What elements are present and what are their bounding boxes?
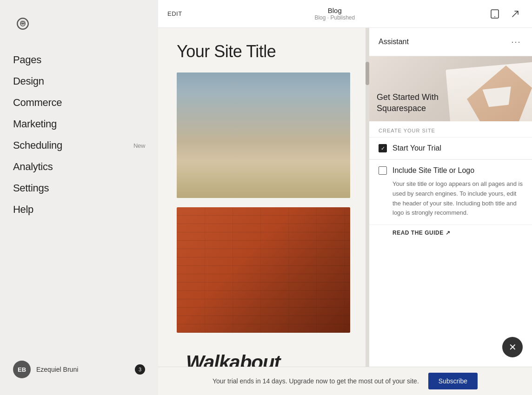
topbar-center: Blog Blog · Published [314,7,355,21]
app-wrapper: Pages Design Commerce Marketing Scheduli… [0,0,532,395]
edit-button[interactable]: EDIT [167,10,182,17]
page-subtitle: Blog · Published [314,14,355,21]
brick-overlay [177,207,350,333]
scheduling-new-badge: New [133,142,145,149]
read-guide-link[interactable]: READ THE GUIDE ↗ [369,225,532,241]
sidebar-item-design[interactable]: Design [0,71,158,92]
close-icon: ✕ [509,342,517,353]
preview-pane[interactable]: Your Site Title Walkabout Angles and arc… [158,28,369,367]
preview-outer: Your Site Title Walkabout Angles and arc… [158,28,369,367]
trial-banner: Your trial ends in 14 days. Upgrade now … [158,367,532,395]
sidebar-item-analytics[interactable]: Analytics [0,156,158,178]
tablet-icon [490,9,500,19]
arrow-icon: ↗ [446,230,451,236]
sidebar-item-pages[interactable]: Pages [0,49,158,71]
panel-hero: Get Started WithSquarespace [369,56,532,121]
panel-title: Assistant [379,38,409,46]
main-area: EDIT Blog Blog · Published [158,0,532,395]
preview-image-brick [177,207,350,333]
checklist-description: Your site title or logo appears on all p… [379,179,523,218]
external-link-button[interactable] [508,7,523,21]
walkabout-title: Walkabout [186,351,341,367]
checklist-title-label: Include Site Title or Logo [392,166,474,175]
notification-badge[interactable]: 3 [135,364,145,375]
checkbox-trial[interactable]: ✓ [379,144,387,152]
external-link-icon [510,9,520,19]
sidebar-item-scheduling[interactable]: Scheduling New [0,135,158,156]
content-wrapper: Your Site Title Walkabout Angles and arc… [158,28,532,367]
sidebar-footer: EB Ezequiel Bruni 3 [0,353,158,386]
walkabout-section: Walkabout Angles and architecture. Lorem… [177,342,350,367]
checklist-trial-label: Start Your Trial [392,144,441,152]
subscribe-button[interactable]: Subscribe [428,373,478,389]
close-panel-button[interactable]: ✕ [502,337,523,357]
panel-header: Assistant ··· [369,28,532,56]
scrollbar[interactable] [366,28,369,367]
user-profile[interactable]: EB Ezequiel Bruni [13,361,78,378]
sidebar-item-marketing[interactable]: Marketing [0,113,158,135]
checkbox-title[interactable] [379,166,387,175]
hero-text: Get Started WithSquarespace [377,92,439,114]
sidebar-item-settings[interactable]: Settings [0,178,158,199]
checkmark-icon: ✓ [381,145,385,151]
topbar-actions [487,7,523,21]
read-guide-label: READ THE GUIDE [392,230,444,236]
trial-text: Your trial ends in 14 days. Upgrade now … [213,377,419,385]
preview-image-abstract [177,72,350,198]
checklist-item-trial-header[interactable]: ✓ Start Your Trial [379,144,523,152]
checklist-item-title: Include Site Title or Logo Your site tit… [369,160,532,225]
sidebar-logo[interactable] [0,9,158,49]
tablet-view-button[interactable] [487,7,502,21]
hero-heading: Get Started WithSquarespace [377,92,439,114]
checklist-item-trial: ✓ Start Your Trial [369,138,532,159]
username-label: Ezequiel Bruni [36,366,78,373]
svg-point-3 [494,16,495,17]
sidebar-nav: Pages Design Commerce Marketing Scheduli… [0,49,158,353]
topbar: EDIT Blog Blog · Published [158,0,532,28]
panel-more-button[interactable]: ··· [510,35,523,48]
section-label: CREATE YOUR SITE [369,121,532,137]
sidebar-item-help[interactable]: Help [0,199,158,220]
sidebar-item-commerce[interactable]: Commerce [0,92,158,113]
paint-texture-overlay [177,72,350,198]
page-title: Blog [314,7,355,14]
avatar: EB [13,361,31,378]
squarespace-logo-icon [13,14,33,33]
scrollbar-thumb [366,62,369,85]
assistant-panel: Assistant ··· Get Started WithSquarespac… [369,28,532,367]
checklist-item-title-header[interactable]: Include Site Title or Logo [379,166,523,175]
sidebar: Pages Design Commerce Marketing Scheduli… [0,0,158,395]
site-title: Your Site Title [177,42,350,61]
